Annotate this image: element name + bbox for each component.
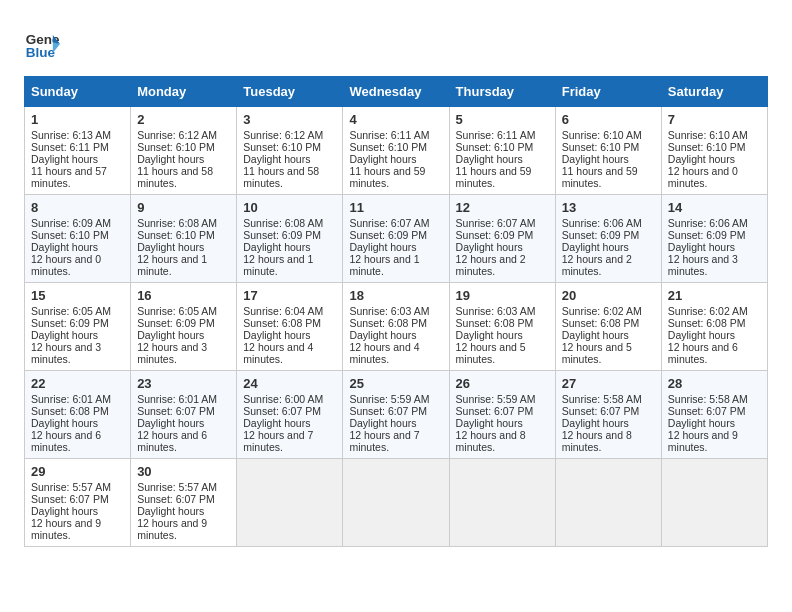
svg-text:Blue: Blue	[26, 45, 56, 60]
svg-marker-3	[53, 42, 60, 53]
sunrise-text: Sunrise: 6:12 AM	[137, 129, 217, 141]
sunrise-text: Sunrise: 6:10 AM	[562, 129, 642, 141]
calendar-cell: 14Sunrise: 6:06 AMSunset: 6:09 PMDayligh…	[661, 195, 767, 283]
daylight-label: Daylight hours	[243, 153, 310, 165]
calendar-week-3: 15Sunrise: 6:05 AMSunset: 6:09 PMDayligh…	[25, 283, 768, 371]
sunrise-text: Sunrise: 6:05 AM	[137, 305, 217, 317]
sunrise-text: Sunrise: 6:07 AM	[349, 217, 429, 229]
daylight-label: Daylight hours	[562, 417, 629, 429]
sunset-text: Sunset: 6:07 PM	[456, 405, 534, 417]
sunset-text: Sunset: 6:11 PM	[31, 141, 109, 153]
calendar-cell: 24Sunrise: 6:00 AMSunset: 6:07 PMDayligh…	[237, 371, 343, 459]
calendar-cell: 15Sunrise: 6:05 AMSunset: 6:09 PMDayligh…	[25, 283, 131, 371]
daylight-duration: 12 hours and 4 minutes.	[349, 341, 419, 365]
sunrise-text: Sunrise: 5:58 AM	[668, 393, 748, 405]
sunrise-text: Sunrise: 6:02 AM	[668, 305, 748, 317]
calendar-cell: 27Sunrise: 5:58 AMSunset: 6:07 PMDayligh…	[555, 371, 661, 459]
day-number: 25	[349, 376, 442, 391]
sunrise-text: Sunrise: 6:13 AM	[31, 129, 111, 141]
sunset-text: Sunset: 6:09 PM	[137, 317, 215, 329]
daylight-duration: 12 hours and 1 minute.	[349, 253, 419, 277]
daylight-label: Daylight hours	[456, 417, 523, 429]
day-number: 12	[456, 200, 549, 215]
daylight-label: Daylight hours	[243, 329, 310, 341]
day-number: 4	[349, 112, 442, 127]
day-number: 17	[243, 288, 336, 303]
col-header-saturday: Saturday	[661, 77, 767, 107]
daylight-duration: 12 hours and 0 minutes.	[668, 165, 738, 189]
daylight-label: Daylight hours	[31, 153, 98, 165]
sunset-text: Sunset: 6:08 PM	[668, 317, 746, 329]
sunrise-text: Sunrise: 6:05 AM	[31, 305, 111, 317]
sunset-text: Sunset: 6:10 PM	[349, 141, 427, 153]
calendar-cell: 23Sunrise: 6:01 AMSunset: 6:07 PMDayligh…	[131, 371, 237, 459]
day-number: 14	[668, 200, 761, 215]
calendar-cell: 7Sunrise: 6:10 AMSunset: 6:10 PMDaylight…	[661, 107, 767, 195]
day-number: 8	[31, 200, 124, 215]
calendar-cell: 21Sunrise: 6:02 AMSunset: 6:08 PMDayligh…	[661, 283, 767, 371]
day-number: 9	[137, 200, 230, 215]
calendar-cell	[343, 459, 449, 547]
daylight-duration: 12 hours and 3 minutes.	[137, 341, 207, 365]
calendar-cell: 11Sunrise: 6:07 AMSunset: 6:09 PMDayligh…	[343, 195, 449, 283]
sunrise-text: Sunrise: 6:09 AM	[31, 217, 111, 229]
calendar-cell: 8Sunrise: 6:09 AMSunset: 6:10 PMDaylight…	[25, 195, 131, 283]
day-number: 2	[137, 112, 230, 127]
daylight-label: Daylight hours	[456, 241, 523, 253]
daylight-duration: 12 hours and 2 minutes.	[562, 253, 632, 277]
sunrise-text: Sunrise: 6:08 AM	[137, 217, 217, 229]
daylight-label: Daylight hours	[562, 241, 629, 253]
daylight-duration: 12 hours and 6 minutes.	[31, 429, 101, 453]
calendar-cell: 5Sunrise: 6:11 AMSunset: 6:10 PMDaylight…	[449, 107, 555, 195]
daylight-label: Daylight hours	[137, 505, 204, 517]
sunset-text: Sunset: 6:09 PM	[243, 229, 321, 241]
sunset-text: Sunset: 6:08 PM	[243, 317, 321, 329]
calendar-cell: 16Sunrise: 6:05 AMSunset: 6:09 PMDayligh…	[131, 283, 237, 371]
sunset-text: Sunset: 6:07 PM	[31, 493, 109, 505]
day-number: 15	[31, 288, 124, 303]
daylight-label: Daylight hours	[349, 417, 416, 429]
day-number: 24	[243, 376, 336, 391]
daylight-duration: 11 hours and 59 minutes.	[349, 165, 425, 189]
day-number: 26	[456, 376, 549, 391]
daylight-duration: 11 hours and 57 minutes.	[31, 165, 107, 189]
day-number: 5	[456, 112, 549, 127]
daylight-duration: 12 hours and 9 minutes.	[668, 429, 738, 453]
sunset-text: Sunset: 6:07 PM	[243, 405, 321, 417]
daylight-label: Daylight hours	[137, 417, 204, 429]
day-number: 6	[562, 112, 655, 127]
daylight-label: Daylight hours	[243, 241, 310, 253]
col-header-friday: Friday	[555, 77, 661, 107]
daylight-label: Daylight hours	[349, 153, 416, 165]
sunset-text: Sunset: 6:09 PM	[668, 229, 746, 241]
sunset-text: Sunset: 6:07 PM	[562, 405, 640, 417]
calendar-cell	[449, 459, 555, 547]
calendar-cell: 22Sunrise: 6:01 AMSunset: 6:08 PMDayligh…	[25, 371, 131, 459]
daylight-label: Daylight hours	[562, 329, 629, 341]
daylight-label: Daylight hours	[137, 241, 204, 253]
daylight-label: Daylight hours	[668, 417, 735, 429]
sunrise-text: Sunrise: 6:11 AM	[349, 129, 429, 141]
day-number: 13	[562, 200, 655, 215]
day-number: 29	[31, 464, 124, 479]
sunset-text: Sunset: 6:08 PM	[349, 317, 427, 329]
day-number: 1	[31, 112, 124, 127]
calendar-cell: 30Sunrise: 5:57 AMSunset: 6:07 PMDayligh…	[131, 459, 237, 547]
sunrise-text: Sunrise: 5:57 AM	[31, 481, 111, 493]
daylight-label: Daylight hours	[668, 329, 735, 341]
daylight-duration: 12 hours and 8 minutes.	[456, 429, 526, 453]
calendar-cell: 6Sunrise: 6:10 AMSunset: 6:10 PMDaylight…	[555, 107, 661, 195]
sunrise-text: Sunrise: 6:03 AM	[349, 305, 429, 317]
calendar-cell	[555, 459, 661, 547]
day-number: 20	[562, 288, 655, 303]
col-header-wednesday: Wednesday	[343, 77, 449, 107]
daylight-duration: 12 hours and 1 minute.	[137, 253, 207, 277]
sunset-text: Sunset: 6:10 PM	[137, 141, 215, 153]
sunset-text: Sunset: 6:07 PM	[137, 405, 215, 417]
calendar-week-1: 1Sunrise: 6:13 AMSunset: 6:11 PMDaylight…	[25, 107, 768, 195]
calendar-cell: 26Sunrise: 5:59 AMSunset: 6:07 PMDayligh…	[449, 371, 555, 459]
sunset-text: Sunset: 6:08 PM	[31, 405, 109, 417]
daylight-duration: 12 hours and 8 minutes.	[562, 429, 632, 453]
page-header: General Blue	[24, 20, 768, 62]
sunrise-text: Sunrise: 6:10 AM	[668, 129, 748, 141]
